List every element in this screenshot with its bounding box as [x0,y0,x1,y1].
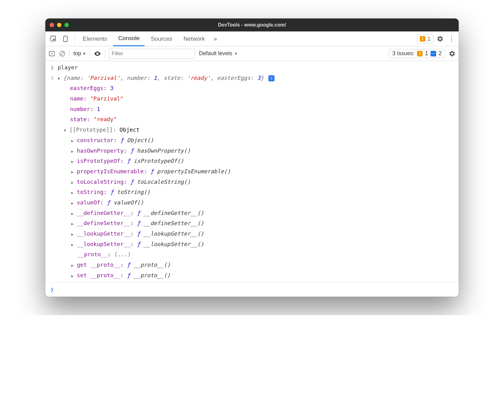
info-tooltip-icon[interactable]: i [268,75,275,81]
tab-console[interactable]: Console [113,31,145,46]
expand-triangle-icon[interactable]: ▶ [71,232,76,238]
log-levels-dropdown[interactable]: Default levels ▼ [199,50,238,57]
property-value: "Parzival" [90,95,123,102]
function-name: valueOf() [114,199,144,206]
tab-sources[interactable]: Sources [146,31,177,46]
context-label: top [73,50,81,57]
expand-triangle-icon[interactable]: ▶ [71,159,76,165]
expand-triangle-icon[interactable]: ▼ [64,128,68,134]
console-prompt[interactable]: ❯ [45,282,459,297]
property-value: 3 [110,85,114,91]
window-title: DevTools - www.google.com/ [218,22,286,28]
expand-triangle-icon[interactable]: ▶ [71,221,76,227]
prototype-accessor-row[interactable]: ▶set __proto__: ƒ __proto__() [45,270,459,281]
prototype-method-row[interactable]: ▶propertyIsEnumerable: ƒ propertyIsEnume… [45,166,459,177]
prototype-method-row[interactable]: ▶__defineGetter__: ƒ __defineGetter__() [45,208,459,218]
sidebar-toggle-icon[interactable] [48,50,55,57]
console-output: ❯ player ❮ ▼{name: 'Parzival', number: 1… [45,61,459,297]
method-key: constructor: [77,137,117,143]
expand-triangle-icon[interactable]: ▶ [71,263,76,269]
traffic-lights [50,23,69,27]
expand-triangle-icon[interactable]: ▶ [71,211,76,217]
input-expression: player [58,63,78,72]
kebab-menu-icon[interactable]: ⋮ [447,35,456,43]
function-marker: ƒ [137,220,140,226]
function-name: toLocaleString() [137,179,190,185]
issues-warn-count: 1 [425,50,428,57]
expand-triangle-icon[interactable]: ▶ [71,180,76,186]
expand-triangle-icon[interactable]: ▶ [71,242,76,248]
return-chevron-icon: ❮ [50,73,55,83]
function-marker: ƒ [130,179,134,185]
property-key: easterEggs: [70,85,107,91]
warnings-badge[interactable]: ! 1 [417,34,433,43]
proto-ellipsis-row[interactable]: __proto__: (...) [45,249,459,260]
expand-triangle-icon[interactable]: ▶ [71,273,76,279]
prototype-method-row[interactable]: ▶valueOf: ƒ valueOf() [45,197,459,208]
function-name: __defineGetter__() [144,210,204,216]
prompt-chevron-icon: ❯ [50,285,55,294]
prototype-row[interactable]: ▼[[Prototype]]: Object [45,125,459,135]
more-tabs-chevron-icon[interactable]: » [211,35,219,42]
expand-triangle-icon[interactable]: ▶ [71,138,76,144]
warning-icon: ! [420,36,425,42]
live-expression-eye-icon[interactable] [94,50,101,57]
expand-triangle-icon[interactable]: ▶ [71,149,76,155]
devtools-window: DevTools - www.google.com/ Elements Cons… [45,19,459,297]
prototype-accessor-row[interactable]: ▶get __proto__: ƒ __proto__() [45,260,459,270]
function-name: __lookupSetter__() [144,241,204,247]
expand-triangle-icon[interactable]: ▶ [71,190,76,196]
object-property-row[interactable]: easterEggs: 3 [45,83,459,93]
expand-triangle-icon[interactable]: ▶ [71,200,76,207]
object-property-row[interactable]: number: 1 [45,104,459,114]
prototype-method-row[interactable]: ▶__defineSetter__: ƒ __defineSetter__() [45,218,459,229]
prototype-method-row[interactable]: ▶toString: ƒ toString() [45,187,459,197]
main-tabs: Elements Console Sources Network » ! 1 ⋮ [45,31,459,46]
close-button[interactable] [50,23,54,27]
function-marker: ƒ [137,210,140,216]
expand-triangle-icon[interactable]: ▶ [71,169,76,175]
prototype-method-row[interactable]: ▶__lookupGetter__: ƒ __lookupGetter__() [45,229,459,239]
filter-input[interactable] [109,49,195,59]
expand-triangle-icon[interactable]: ▼ [58,76,62,82]
device-toggle-icon[interactable] [60,33,71,44]
svg-line-6 [61,52,64,55]
prototype-method-row[interactable]: ▶isPrototypeOf: ƒ isPrototypeOf() [45,156,459,166]
method-key: __defineGetter__: [77,210,134,216]
prototype-method-row[interactable]: ▶constructor: ƒ Object() [45,135,459,146]
maximize-button[interactable] [64,23,69,27]
console-input-row[interactable]: ❯ player [45,62,459,73]
context-selector[interactable]: top ▼ [73,50,86,57]
function-marker: ƒ [127,158,130,164]
object-property-row[interactable]: state: "ready" [45,114,459,125]
function-name: __defineSetter__() [144,220,204,226]
chevron-down-icon: ▼ [234,51,238,56]
issues-label: 3 Issues: [392,50,415,57]
issues-badge[interactable]: 3 Issues: ! 1 ⋯ 2 [389,49,445,58]
separator [74,35,75,43]
function-name: propertyIsEnumerable() [157,168,230,175]
object-property-row[interactable]: name: "Parzival" [45,93,459,104]
property-value: 1 [97,106,100,112]
function-marker: ƒ [150,168,154,175]
accessor-key: set __proto__: [77,272,124,278]
settings-gear-icon[interactable] [435,33,446,44]
console-settings-gear-icon[interactable] [449,50,456,57]
function-marker: ƒ [127,272,130,278]
console-result-row[interactable]: ❮ ▼{name: 'Parzival', number: 1, state: … [45,73,459,83]
method-key: __lookupSetter__: [77,241,134,247]
prototype-method-row[interactable]: ▶toLocaleString: ƒ toLocaleString() [45,177,459,187]
function-marker: ƒ [127,261,130,268]
tab-elements[interactable]: Elements [78,31,112,46]
tab-network[interactable]: Network [179,31,210,46]
method-key: valueOf: [77,199,104,206]
function-name: toString() [117,189,150,195]
property-key: state: [70,116,90,122]
minimize-button[interactable] [57,23,61,27]
prototype-method-row[interactable]: ▶__lookupSetter__: ƒ __lookupSetter__() [45,239,459,249]
prototype-method-row[interactable]: ▶hasOwnProperty: ƒ hasOwnProperty() [45,146,459,156]
inspect-icon[interactable] [48,33,59,44]
clear-console-icon[interactable] [59,50,66,57]
separator [90,50,90,58]
method-key: toLocaleString: [77,179,127,185]
